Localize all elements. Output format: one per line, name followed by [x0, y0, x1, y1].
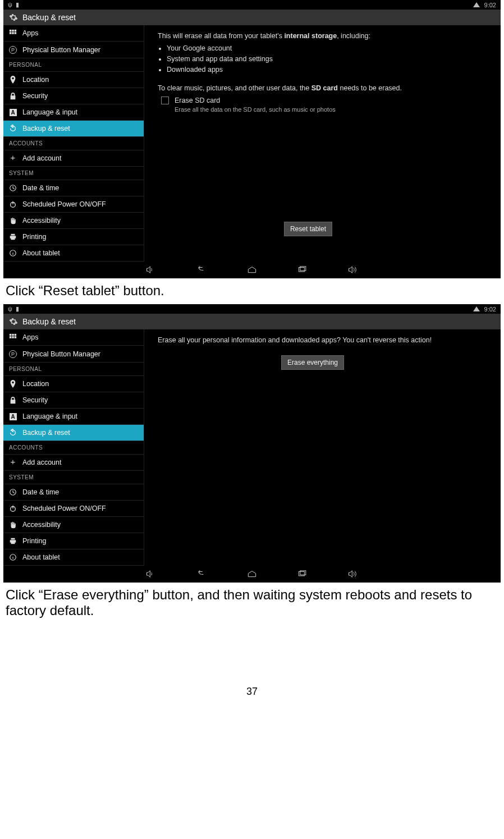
back-icon[interactable] — [196, 570, 207, 578]
sidebar-item-apps[interactable]: Apps — [3, 329, 144, 346]
section-accounts: ACCOUNTS — [3, 137, 144, 150]
status-time: 9:02 — [484, 306, 496, 313]
reset-tablet-button[interactable]: Reset tablet — [284, 222, 332, 236]
volume-down-icon[interactable] — [145, 266, 157, 274]
sidebar-item-label: Backup & reset — [22, 429, 70, 437]
title-text: Backup & reset — [22, 317, 76, 326]
restore-icon — [9, 125, 17, 132]
A-icon: A — [9, 108, 17, 116]
volume-down-icon[interactable] — [145, 570, 157, 578]
nav-bar — [3, 262, 501, 278]
plus-icon: + — [9, 154, 17, 162]
svg-rect-9 — [299, 268, 304, 272]
svg-rect-5 — [15, 32, 17, 34]
lock-icon — [9, 92, 17, 100]
sidebar-item-physical-button-manager[interactable]: PPhysical Button Manager — [3, 346, 144, 363]
svg-rect-13 — [15, 334, 17, 336]
sidebar-item-scheduled-power-on-off[interactable]: Scheduled Power ON/OFF — [3, 501, 144, 517]
sidebar-item-label: About tablet — [22, 249, 60, 257]
svg-rect-2 — [15, 30, 17, 32]
restore-icon — [9, 429, 17, 437]
recent-icon[interactable] — [297, 266, 308, 274]
erase-sd-checkbox[interactable]: Erase SD card Erase all the data on the … — [161, 95, 487, 114]
volume-up-icon[interactable] — [347, 266, 359, 274]
sidebar-item-accessibility[interactable]: Accessibility — [3, 517, 144, 533]
info-icon — [9, 249, 17, 257]
sd-note: To clear music, pictures, and other user… — [158, 83, 487, 93]
sidebar-item-label: Printing — [22, 537, 46, 545]
sidebar-item-backup-reset[interactable]: Backup & reset — [3, 121, 144, 137]
title-bar: Backup & reset — [3, 314, 501, 329]
sidebar-item-backup-reset[interactable]: Backup & reset — [3, 425, 144, 441]
P-icon: P — [9, 45, 17, 54]
sidebar-item-apps[interactable]: Apps — [3, 25, 144, 42]
sidebar-item-accessibility[interactable]: Accessibility — [3, 213, 144, 229]
sidebar-item-printing[interactable]: Printing — [3, 533, 144, 549]
svg-rect-11 — [10, 334, 12, 336]
svg-rect-20 — [299, 572, 304, 576]
apps-icon — [9, 333, 17, 341]
plus-icon: + — [9, 459, 17, 466]
sidebar-item-date-time[interactable]: Date & time — [3, 484, 144, 501]
sidebar-item-about-tablet[interactable]: About tablet — [3, 245, 144, 262]
svg-rect-4 — [12, 32, 14, 34]
checkbox-icon[interactable] — [161, 97, 169, 104]
print-icon — [9, 537, 17, 545]
home-icon[interactable] — [246, 570, 258, 578]
sidebar: AppsPPhysical Button ManagerPERSONALLoca… — [3, 25, 144, 262]
erase-warning: Erase all your personal information and … — [158, 335, 487, 345]
sidebar-item-add-account[interactable]: +Add account — [3, 150, 144, 167]
status-bar: ψ ▮ 9:02 — [3, 0, 501, 10]
svg-rect-14 — [10, 336, 12, 338]
sidebar-item-location[interactable]: Location — [3, 72, 144, 88]
sidebar-item-label: Physical Button Manager — [22, 46, 100, 54]
power-icon — [9, 505, 17, 512]
erase-everything-button[interactable]: Erase everything — [281, 355, 344, 370]
volume-up-icon[interactable] — [347, 570, 359, 578]
section-system: SYSTEM — [3, 167, 144, 180]
svg-rect-16 — [15, 336, 17, 338]
svg-rect-12 — [12, 334, 14, 336]
sidebar-item-scheduled-power-on-off[interactable]: Scheduled Power ON/OFF — [3, 196, 144, 213]
sidebar-item-security[interactable]: Security — [3, 392, 144, 409]
sidebar-item-label: Backup & reset — [22, 125, 70, 132]
settings-icon — [9, 13, 18, 22]
sidebar-item-about-tablet[interactable]: About tablet — [3, 549, 144, 566]
title-bar: Backup & reset — [3, 10, 501, 25]
sidebar-item-language-input[interactable]: ALanguage & input — [3, 409, 144, 425]
checkbox-label: Erase SD card — [175, 95, 336, 106]
page-number: 37 — [3, 686, 501, 698]
loc-icon — [9, 380, 17, 388]
home-icon[interactable] — [246, 266, 258, 274]
sidebar-item-label: Date & time — [22, 488, 59, 496]
sidebar-item-label: Add account — [22, 154, 62, 162]
back-icon[interactable] — [196, 266, 207, 274]
sidebar-item-label: Add account — [22, 459, 62, 466]
sidebar-item-location[interactable]: Location — [3, 376, 144, 392]
section-accounts: ACCOUNTS — [3, 441, 144, 455]
caption-1: Click “Reset tablet” button. — [6, 283, 501, 299]
svg-rect-10 — [300, 267, 306, 271]
sidebar-item-label: Apps — [22, 29, 39, 37]
sidebar-item-security[interactable]: Security — [3, 88, 144, 104]
hand-icon — [9, 217, 17, 224]
sidebar-item-label: About tablet — [22, 553, 60, 561]
svg-rect-15 — [12, 336, 14, 338]
wifi-icon — [473, 2, 480, 7]
sidebar-item-label: Date & time — [22, 184, 59, 192]
section-system: SYSTEM — [3, 471, 144, 484]
sidebar-item-label: Language & input — [22, 412, 77, 420]
recent-icon[interactable] — [297, 570, 308, 578]
loc-icon — [9, 76, 17, 84]
sidebar-item-label: Printing — [22, 233, 46, 241]
sidebar-item-date-time[interactable]: Date & time — [3, 180, 144, 196]
nav-bar — [3, 566, 501, 583]
screenshot-1: ψ ▮ 9:02 Backup & reset AppsPPhysical Bu… — [3, 0, 501, 278]
sidebar: AppsPPhysical Button ManagerPERSONALLoca… — [3, 329, 144, 566]
sidebar-item-printing[interactable]: Printing — [3, 229, 144, 245]
svg-rect-0 — [10, 30, 12, 32]
sidebar-item-language-input[interactable]: ALanguage & input — [3, 104, 144, 121]
sidebar-item-physical-button-manager[interactable]: PPhysical Button Manager — [3, 42, 144, 58]
sidebar-item-add-account[interactable]: +Add account — [3, 455, 144, 471]
erase-bullets: Your Google accountSystem and app data a… — [167, 43, 487, 75]
